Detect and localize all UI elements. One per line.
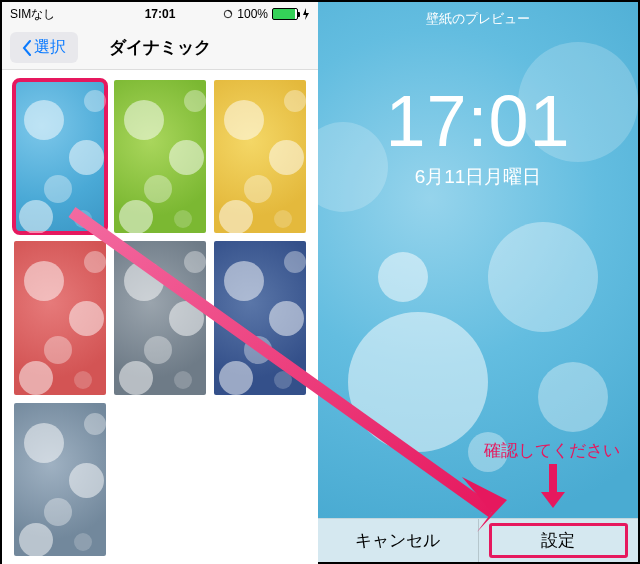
lock-clock: 17:01 6月11日月曜日 [318,80,638,190]
wallpaper-thumb-green[interactable] [114,80,206,233]
wallpaper-preview: 壁紙のプレビュー 17:01 6月11日月曜日 キャンセル 設定 確認してくださ… [318,2,638,562]
wallpaper-thumb-red[interactable] [14,241,106,394]
wallpaper-thumb-yellow[interactable] [214,80,306,233]
wallpaper-grid [2,70,318,564]
wallpaper-preview-screen: 壁紙のプレビュー 17:01 6月11日月曜日 キャンセル 設定 確認してくださ… [318,2,638,562]
cancel-button[interactable]: キャンセル [318,519,478,562]
preview-bottom-bar: キャンセル 設定 [318,518,638,562]
annotation-arrow-down-icon [538,464,568,510]
lock-time: 17:01 [318,80,638,162]
nav-bar: 選択 ダイナミック [2,26,318,70]
annotation-highlight [489,523,629,558]
lock-date: 6月11日月曜日 [318,164,638,190]
cancel-label: キャンセル [355,529,440,552]
wallpaper-thumb-blue[interactable] [14,80,106,233]
preview-header: 壁紙のプレビュー [318,10,638,28]
wallpaper-picker-screen: SIMなし 17:01 100% 選択 ダイナミック [2,2,318,562]
battery-icon [272,8,298,20]
status-bar: SIMなし 17:01 100% [2,2,318,26]
annotation-text: 確認してください [484,439,620,462]
status-time: 17:01 [2,7,318,21]
wallpaper-thumb-gray[interactable] [114,241,206,394]
wallpaper-thumb-slate[interactable] [14,403,106,556]
wallpaper-thumb-navy[interactable] [214,241,306,394]
page-title: ダイナミック [2,36,318,59]
set-button[interactable]: 設定 [479,519,639,562]
